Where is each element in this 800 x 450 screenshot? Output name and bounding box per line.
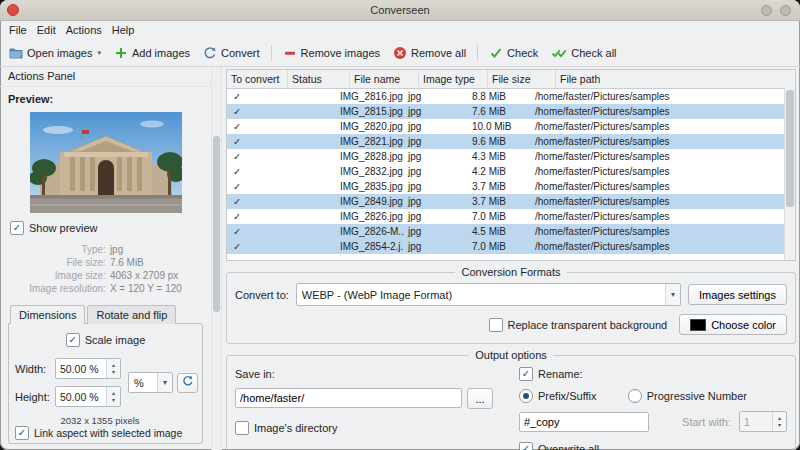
row-to-convert-cell[interactable] (227, 166, 283, 177)
table-row[interactable]: IMG_2820.jpgjpg10.0 MiB/home/faster/Pict… (227, 119, 785, 134)
show-preview-checkbox[interactable]: Show preview (10, 221, 203, 235)
file-table-body: IMG_2816.jpgjpg8.8 MiB/home/faster/Pictu… (227, 89, 785, 260)
result-pixels-label: 2032 x 1355 pixels (35, 415, 165, 426)
panel-scrollbar[interactable] (211, 67, 222, 450)
row-to-convert-cell[interactable] (227, 121, 283, 132)
link-aspect-checkbox[interactable]: Link aspect with selected image (15, 426, 196, 442)
table-row[interactable]: IMG_2832.jpgjpg4.2 MiB/home/faster/Pictu… (227, 164, 785, 179)
progressive-number-radio[interactable]: Progressive Number (628, 389, 747, 403)
prefix-suffix-radio[interactable]: Prefix/Suffix (519, 389, 597, 403)
table-row[interactable]: IMG_2815.jpgjpg7.6 MiB/home/faster/Pictu… (227, 104, 785, 119)
add-images-button[interactable]: Add images (108, 43, 196, 63)
width-spinner[interactable]: 50.00 % (55, 358, 121, 379)
tab-rotate-and-flip[interactable]: Rotate and flip (87, 305, 176, 324)
height-spinner[interactable]: 50.00 % (55, 386, 121, 407)
convert-button[interactable]: Convert (197, 43, 266, 63)
file-table: To convert Status File name Image type F… (226, 69, 796, 261)
column-image-type[interactable]: Image type (419, 70, 488, 88)
check-all-button[interactable]: Check all (545, 43, 622, 63)
row-check-icon[interactable] (233, 211, 241, 222)
table-row[interactable]: IMG_2816.jpgjpg8.8 MiB/home/faster/Pictu… (227, 89, 785, 104)
row-file-name: IMG_2832.jpg (340, 166, 404, 177)
row-to-convert-cell[interactable] (227, 151, 283, 162)
row-check-icon[interactable] (233, 181, 241, 192)
spinner-arrows[interactable] (772, 412, 786, 431)
scrollbar-thumb[interactable] (786, 90, 794, 207)
table-row[interactable]: IMG_2826.jpgjpg7.0 MiB/home/faster/Pictu… (227, 209, 785, 224)
row-check-icon[interactable] (233, 151, 241, 162)
remove-all-button[interactable]: Remove all (387, 43, 472, 63)
column-to-convert[interactable]: To convert (227, 70, 288, 88)
table-row[interactable]: IMG_2828.jpgjpg4.3 MiB/home/faster/Pictu… (227, 149, 785, 164)
green-plus-icon (114, 46, 128, 60)
unit-combo[interactable]: % (128, 372, 173, 393)
column-file-path[interactable]: File path (556, 70, 795, 88)
menu-edit[interactable]: Edit (32, 23, 61, 37)
row-check-icon[interactable] (233, 166, 241, 177)
table-row[interactable]: IMG_2826-M...jpg4.5 MiB/home/faster/Pict… (227, 224, 785, 239)
table-row[interactable]: IMG_2849.jpgjpg3.7 MiB/home/faster/Pictu… (227, 194, 785, 209)
row-check-icon[interactable] (233, 136, 241, 147)
table-row[interactable]: IMG_2854-2.j...jpg7.0 MiB/home/faster/Pi… (227, 239, 785, 254)
browse-button[interactable]: ... (467, 388, 493, 409)
row-file-size: 7.0 MiB (468, 211, 531, 222)
remove-images-button[interactable]: Remove images (277, 43, 386, 63)
table-row[interactable]: IMG_2821.jpgjpg9.6 MiB/home/faster/Pictu… (227, 134, 785, 149)
row-to-convert-cell[interactable] (227, 106, 283, 117)
column-file-size[interactable]: File size (488, 70, 556, 88)
start-with-spinner[interactable]: 1 (739, 411, 787, 432)
row-check-icon[interactable] (233, 196, 241, 207)
titlebar[interactable]: Converseen (0, 0, 800, 21)
images-directory-checkbox[interactable]: Image's directory (235, 421, 493, 435)
image-info: Type: jpg File size: 7.6 MiB Image size:… (8, 244, 203, 294)
rename-pattern-input[interactable] (519, 412, 649, 432)
format-combo[interactable]: WEBP - (WebP Image Format) (296, 283, 681, 306)
rename-checkbox[interactable]: Rename: (519, 367, 787, 381)
row-check-icon[interactable] (233, 226, 241, 237)
replace-transparent-checkbox[interactable]: Replace transparent background (489, 318, 668, 332)
row-file-path: /home/faster/Pictures/samples (531, 91, 785, 102)
actions-panel-title: Actions Panel (0, 67, 211, 87)
scale-image-checkbox[interactable]: Scale image (15, 333, 196, 347)
row-to-convert-cell[interactable] (227, 226, 283, 237)
maximize-button[interactable] (780, 5, 791, 16)
minimize-button[interactable] (761, 5, 772, 16)
overwrite-all-checkbox[interactable]: Overwrite all (519, 442, 787, 450)
row-to-convert-cell[interactable] (227, 181, 283, 192)
menu-help[interactable]: Help (107, 23, 140, 37)
images-settings-button[interactable]: Images settings (688, 284, 787, 305)
row-check-icon[interactable] (233, 121, 241, 132)
menu-file[interactable]: File (4, 23, 32, 37)
table-scrollbar[interactable] (784, 88, 795, 260)
choose-color-button[interactable]: Choose color (679, 314, 787, 335)
menu-actions[interactable]: Actions (61, 23, 107, 37)
row-to-convert-cell[interactable] (227, 241, 283, 252)
width-label: Width: (15, 363, 55, 375)
spinner-arrows[interactable] (106, 387, 120, 406)
tab-dimensions[interactable]: Dimensions (10, 305, 85, 324)
open-images-button[interactable]: Open images ▾ (3, 43, 107, 63)
row-to-convert-cell[interactable] (227, 196, 283, 207)
spinner-arrows[interactable] (106, 359, 120, 378)
column-file-name[interactable]: File name (350, 70, 419, 88)
output-options-title: Output options (469, 349, 553, 361)
check-button[interactable]: Check (483, 43, 544, 63)
save-path-input[interactable] (235, 388, 462, 408)
row-check-icon[interactable] (233, 106, 241, 117)
type-label: Type: (29, 244, 106, 255)
table-row[interactable]: IMG_2835.jpgjpg3.7 MiB/home/faster/Pictu… (227, 179, 785, 194)
radio-circle (519, 389, 533, 403)
row-to-convert-cell[interactable] (227, 211, 283, 222)
row-check-icon[interactable] (233, 241, 241, 252)
row-file-size: 4.2 MiB (468, 166, 531, 177)
close-button[interactable] (7, 4, 19, 16)
row-check-icon[interactable] (233, 91, 241, 102)
dimensions-tab-panel: Scale image Width: 50.00 % (8, 323, 203, 444)
row-to-convert-cell[interactable] (227, 91, 283, 102)
radio-circle (628, 389, 642, 403)
column-status[interactable]: Status (288, 70, 350, 88)
reset-dimensions-button[interactable] (177, 373, 198, 393)
row-image-type: jpg (404, 181, 468, 192)
scrollbar-thumb[interactable] (213, 136, 220, 312)
row-to-convert-cell[interactable] (227, 136, 283, 147)
